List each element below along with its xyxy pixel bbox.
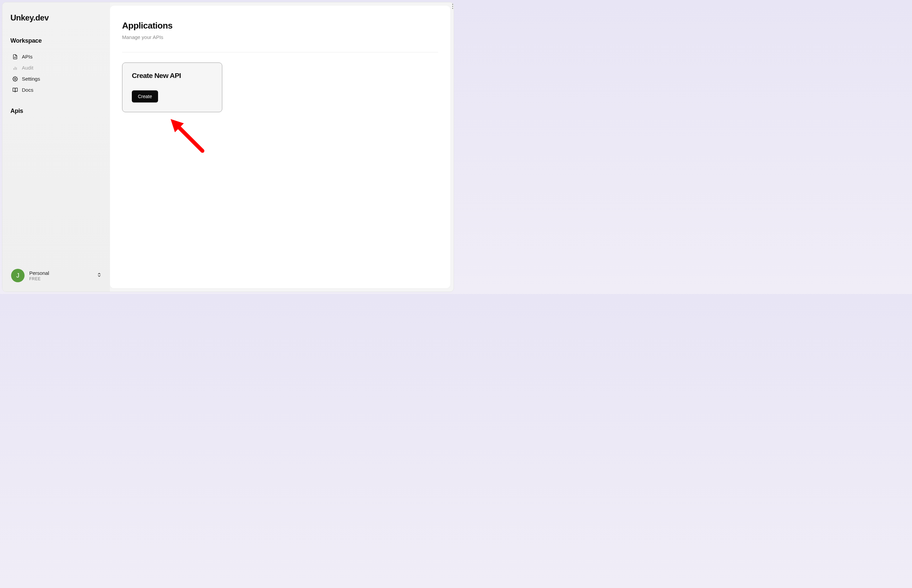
gear-icon — [13, 76, 18, 82]
avatar: J — [11, 269, 24, 282]
svg-point-4 — [452, 4, 453, 5]
divider — [122, 52, 438, 52]
chevron-up-down-icon — [97, 272, 101, 279]
sidebar-nav-workspace: APIs Audit — [10, 51, 102, 95]
svg-point-6 — [452, 8, 453, 9]
brand-title: Unkey.dev — [10, 13, 102, 23]
card-title: Create New API — [132, 71, 212, 80]
sidebar-item-label: Settings — [22, 76, 40, 82]
create-api-card: Create New API Create — [122, 63, 222, 112]
sidebar-item-docs[interactable]: Docs — [10, 84, 102, 95]
app-window: Unkey.dev Workspace APIs — [2, 2, 454, 292]
svg-point-3 — [15, 78, 16, 80]
workspace-switcher[interactable]: J Personal FREE — [10, 266, 102, 285]
sidebar-item-label: APIs — [22, 54, 32, 60]
dots-vertical-icon[interactable] — [450, 3, 455, 11]
sidebar-item-audit: Audit — [10, 62, 102, 73]
user-plan: FREE — [29, 276, 92, 281]
page-title: Applications — [122, 21, 438, 31]
sidebar-section-workspace: Workspace — [10, 37, 102, 44]
sidebar-item-settings[interactable]: Settings — [10, 73, 102, 84]
page-subtitle: Manage your APIs — [122, 34, 438, 40]
create-button[interactable]: Create — [132, 90, 158, 102]
sidebar: Unkey.dev Workspace APIs — [2, 2, 110, 292]
avatar-initial: J — [16, 272, 19, 279]
svg-point-5 — [452, 6, 453, 7]
bar-chart-icon — [13, 65, 18, 71]
main-content: Applications Manage your APIs Create New… — [110, 6, 450, 288]
sidebar-item-label: Docs — [22, 87, 33, 93]
file-code-icon — [13, 54, 18, 60]
user-info: Personal FREE — [29, 270, 92, 281]
sidebar-item-apis[interactable]: APIs — [10, 51, 102, 62]
user-name: Personal — [29, 270, 92, 276]
sidebar-item-label: Audit — [22, 65, 33, 71]
sidebar-section-apis: Apis — [10, 108, 102, 115]
book-icon — [13, 87, 18, 93]
